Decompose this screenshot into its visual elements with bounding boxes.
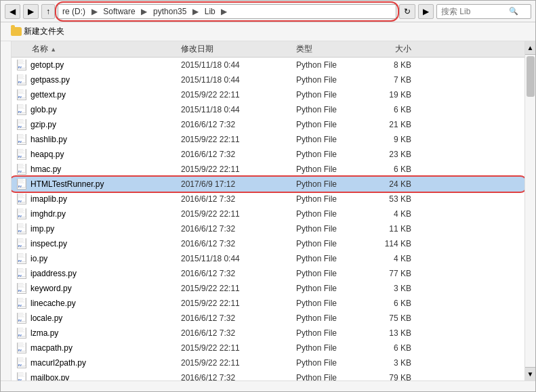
svg-text:py: py bbox=[18, 378, 22, 380]
file-type-cell: Python File bbox=[296, 165, 371, 174]
table-row[interactable]: py heapq.py 2016/6/12 7:32 Python File 2… bbox=[12, 147, 524, 162]
right-scrollbar[interactable]: ▲ ▼ bbox=[524, 41, 535, 380]
svg-rect-13 bbox=[18, 89, 24, 90]
file-name-cell: py locale.py bbox=[12, 313, 181, 324]
file-size-cell: 6 KB bbox=[371, 165, 425, 174]
file-type-cell: Python File bbox=[296, 75, 371, 85]
table-row[interactable]: py gzip.py 2016/6/12 7:32 Python File 21… bbox=[12, 117, 524, 132]
header-name[interactable]: 名称 ▲ bbox=[12, 43, 181, 55]
table-row[interactable]: py ipaddress.py 2016/6/12 7:32 Python Fi… bbox=[12, 266, 524, 281]
table-row[interactable]: py gettext.py 2015/9/22 22:11 Python Fil… bbox=[12, 87, 524, 102]
file-name-cell: py hmac.py bbox=[12, 164, 181, 175]
python-file-icon: py bbox=[17, 164, 28, 175]
file-date-cell: 2015/11/18 0:44 bbox=[181, 105, 296, 114]
table-row[interactable]: py linecache.py 2015/9/22 22:11 Python F… bbox=[12, 296, 524, 311]
svg-text:py: py bbox=[18, 318, 22, 322]
svg-rect-86 bbox=[18, 269, 24, 270]
file-name-cell: py keyword.py bbox=[12, 283, 181, 294]
file-size-cell: 9 KB bbox=[371, 135, 425, 144]
header-date[interactable]: 修改日期 bbox=[181, 43, 296, 55]
new-folder-button[interactable]: 新建文件夹 bbox=[6, 24, 69, 39]
table-row[interactable]: py hashlib.py 2015/9/22 22:11 Python Fil… bbox=[12, 132, 524, 147]
table-row[interactable]: py imaplib.py 2016/6/12 7:32 Python File… bbox=[12, 192, 524, 206]
file-size-cell: 53 KB bbox=[371, 194, 425, 204]
svg-rect-127 bbox=[18, 372, 24, 373]
svg-rect-51 bbox=[18, 181, 24, 182]
table-row[interactable]: py getopt.py 2015/11/18 0:44 Python File… bbox=[12, 58, 524, 72]
nav-up-button[interactable]: ↑ bbox=[41, 4, 55, 19]
table-row[interactable]: py io.py 2015/11/18 0:44 Python File 4 K… bbox=[12, 251, 524, 266]
address-bar: ◀ ▶ ↑ re (D:) ▶ Software ▶ python35 ▶ Li… bbox=[1, 1, 535, 22]
svg-rect-87 bbox=[18, 271, 24, 271]
file-name: hmac.py bbox=[30, 165, 61, 174]
table-row[interactable]: py macurl2path.py 2015/9/22 22:11 Python… bbox=[12, 355, 524, 370]
file-name: getopt.py bbox=[30, 60, 64, 70]
file-date-cell: 2015/9/22 22:11 bbox=[181, 299, 296, 308]
table-row[interactable]: py locale.py 2016/6/12 7:32 Python File … bbox=[12, 311, 524, 326]
table-row[interactable]: py lzma.py 2016/6/12 7:32 Python File 13… bbox=[12, 326, 524, 341]
python-file-icon: py bbox=[17, 328, 28, 339]
file-name: HTMLTestRunner.py bbox=[30, 179, 104, 189]
table-row[interactable]: py glob.py 2015/11/18 0:44 Python File 6… bbox=[12, 102, 524, 117]
header-size[interactable]: 大小 bbox=[371, 43, 425, 55]
file-list-container: 名称 ▲ 修改日期 类型 大小 bbox=[12, 41, 524, 380]
table-row[interactable]: py imp.py 2016/6/12 7:32 Python File 11 … bbox=[12, 221, 524, 236]
nav-arrow-button[interactable]: ▶ bbox=[418, 4, 434, 19]
svg-rect-2 bbox=[18, 61, 24, 62]
file-date-cell: 2016/6/12 7:32 bbox=[181, 269, 296, 278]
nav-back-button[interactable]: ◀ bbox=[5, 4, 20, 19]
file-date-cell: 2015/11/18 0:44 bbox=[181, 75, 296, 85]
scroll-down-button[interactable]: ▼ bbox=[525, 367, 535, 380]
svg-rect-118 bbox=[18, 347, 24, 347]
svg-rect-49 bbox=[18, 179, 24, 179]
file-size-cell: 11 KB bbox=[371, 224, 425, 234]
file-name-cell: py getopt.py bbox=[12, 60, 181, 70]
refresh-button[interactable]: ↻ bbox=[399, 4, 415, 19]
table-row[interactable]: py hmac.py 2015/9/22 22:11 Python File 6… bbox=[12, 162, 524, 177]
svg-text:py: py bbox=[18, 169, 22, 173]
table-row[interactable]: py getpass.py 2015/11/18 0:44 Python Fil… bbox=[12, 72, 524, 87]
table-row[interactable]: py HTMLTestRunner.py 2017/6/9 17:12 Pyth… bbox=[12, 177, 524, 192]
file-size-cell: 114 KB bbox=[371, 239, 425, 248]
header-type[interactable]: 类型 bbox=[296, 43, 371, 55]
file-name: gettext.py bbox=[30, 90, 66, 100]
svg-text:py: py bbox=[18, 229, 22, 232]
table-row[interactable]: py inspect.py 2016/6/12 7:32 Python File… bbox=[12, 236, 524, 251]
file-size-cell: 13 KB bbox=[371, 328, 425, 338]
file-name: io.py bbox=[30, 254, 47, 263]
table-row[interactable]: py mailbox.py 2016/6/12 7:32 Python File… bbox=[12, 370, 524, 380]
svg-rect-15 bbox=[18, 92, 24, 93]
file-name-cell: py macurl2path.py bbox=[12, 357, 181, 368]
svg-rect-105 bbox=[18, 315, 24, 316]
svg-rect-79 bbox=[18, 253, 24, 254]
file-date-cell: 2015/9/22 22:11 bbox=[181, 209, 296, 219]
python-file-icon: py bbox=[17, 119, 28, 130]
svg-rect-31 bbox=[18, 134, 24, 135]
svg-rect-62 bbox=[18, 210, 24, 211]
table-row[interactable]: py macpath.py 2015/9/22 22:11 Python Fil… bbox=[12, 341, 524, 355]
scroll-thumb[interactable] bbox=[527, 56, 535, 97]
svg-rect-55 bbox=[18, 194, 24, 194]
table-row[interactable]: py keyword.py 2015/9/22 22:11 Python Fil… bbox=[12, 281, 524, 296]
file-name-cell: py imaplib.py bbox=[12, 194, 181, 204]
file-name-cell: py glob.py bbox=[12, 104, 181, 115]
file-date-cell: 2015/9/22 22:11 bbox=[181, 284, 296, 293]
search-box[interactable]: 🔍 bbox=[436, 4, 531, 19]
file-date-cell: 2015/9/22 22:11 bbox=[181, 90, 296, 100]
file-date-cell: 2017/6/9 17:12 bbox=[181, 179, 296, 189]
folder-icon bbox=[11, 27, 22, 36]
svg-rect-33 bbox=[18, 137, 24, 137]
svg-text:py: py bbox=[18, 288, 22, 292]
svg-rect-20 bbox=[18, 106, 24, 106]
python-file-icon: py bbox=[17, 238, 28, 249]
svg-rect-61 bbox=[18, 209, 24, 209]
search-input[interactable] bbox=[441, 7, 509, 16]
file-name-cell: py linecache.py bbox=[12, 298, 181, 309]
nav-forward-button[interactable]: ▶ bbox=[23, 4, 39, 19]
table-row[interactable]: py imghdr.py 2015/9/22 22:11 Python File… bbox=[12, 206, 524, 221]
address-path[interactable]: re (D:) ▶ Software ▶ python35 ▶ Lib ▶ bbox=[58, 4, 396, 19]
file-size-cell: 6 KB bbox=[371, 105, 425, 114]
scroll-up-button[interactable]: ▲ bbox=[525, 41, 535, 55]
python-file-icon: py bbox=[17, 194, 28, 204]
bottom-scrollbar[interactable] bbox=[1, 380, 535, 391]
